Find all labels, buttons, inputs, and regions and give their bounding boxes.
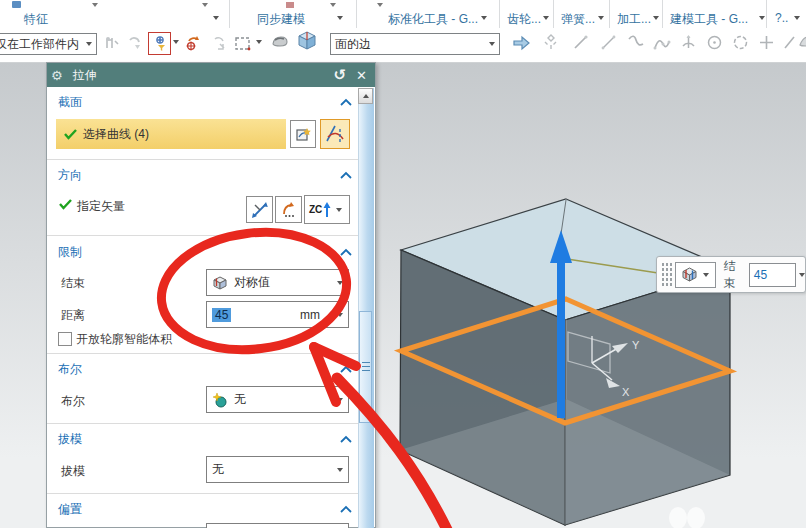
watermark-shape [687,507,705,528]
draft-collapse-icon[interactable] [340,435,352,443]
vector-axis-dropdown[interactable]: ZC [304,195,350,224]
extrude-direction-arrow-shaft[interactable] [557,260,565,418]
selection-scope-value: 仅在工作部件内 [0,36,79,53]
circle-icon[interactable] [705,33,724,52]
ribbon-bar: 特征 同步建模 标准化工具 - G... 齿轮... 弹簧... 加工... 建… [0,0,806,63]
clipped-toolbar-icon[interactable] [286,2,294,8]
tab-feature-caret-icon[interactable] [213,16,219,20]
work-in-context-cube-icon[interactable] [297,31,316,50]
arc-axis-icon[interactable] [679,33,698,52]
distance-label: 距离 [61,307,85,324]
studio-spline-icon[interactable] [652,33,671,52]
floating-distance-input[interactable]: 45 [749,263,796,287]
filter-caret-icon[interactable] [173,40,179,44]
pattern-curve-icon[interactable] [542,33,561,52]
dialog-scrollbar-track[interactable] [358,88,374,528]
section-collapse-icon[interactable] [340,98,352,106]
rectangle-select-icon[interactable] [233,34,252,53]
tab-overflow-caret-icon[interactable] [794,16,800,20]
draft-dropdown[interactable]: 无 [206,456,349,483]
tab-modeling-tools[interactable]: 建模工具 - G... [670,11,748,28]
offset-header: 偏置 [58,501,82,518]
boolean-caret-icon [337,398,343,402]
end-option-caret-icon [703,273,709,277]
end-option-button[interactable] [675,262,716,288]
point-icon[interactable] [757,33,776,52]
specify-vector-label: 指定矢量 [77,198,125,215]
symmetric-value-cube-icon [681,266,698,283]
inferred-vector-button[interactable] [246,196,273,223]
shaded-view-icon[interactable] [270,32,289,51]
open-profile-checkbox[interactable] [58,332,72,346]
boolean-collapse-icon[interactable] [340,365,352,373]
curve-rule-button-active[interactable] [320,119,350,149]
reorient-icon[interactable] [183,33,202,52]
selection-scope-combo[interactable]: 仅在工作部件内 [0,33,97,55]
clipped-toolbar-icon[interactable] [12,1,21,8]
snap-point-icon[interactable] [102,34,121,53]
x-axis-label: X [622,386,630,398]
offset-collapse-icon[interactable] [340,505,352,513]
direction-collapse-icon[interactable] [340,171,352,179]
onscreen-input-toolbar: 结束 45 [656,256,806,293]
clipped-caret-icon[interactable] [330,3,336,7]
curve-rule-caret-icon [489,42,495,46]
snap-filter-disabled-icon[interactable] [126,34,145,53]
tab-machining[interactable]: 加工... [617,11,651,28]
offset-dropdown-clipped[interactable] [206,523,349,528]
clipped-caret-icon[interactable] [377,3,383,7]
dialog-scrollbar-thumb[interactable] [359,311,372,423]
boolean-header: 布尔 [58,361,82,378]
line-icon[interactable] [571,33,590,52]
select-mode-caret-icon[interactable] [256,40,262,44]
select-curve-row[interactable]: 选择曲线 (4) [56,119,286,149]
tab-standardize-caret-icon[interactable] [481,16,487,20]
tab-spring[interactable]: 弹簧... [561,11,595,28]
end-condition-value: 对称值 [234,274,270,291]
tab-feature[interactable]: 特征 [24,11,48,28]
vector-dialog-button[interactable] [275,196,302,223]
curve-rule-combo[interactable]: 面的边 [330,33,500,55]
tab-machining-caret-icon[interactable] [653,16,659,20]
draft-caret-icon [337,468,343,472]
gear-icon[interactable]: ⚙ [51,68,63,83]
distance-value-selected: 45 [212,308,231,322]
follow-fillet-arrow-icon[interactable] [512,33,531,52]
tab-overflow[interactable]: ?.. [775,11,788,25]
limits-collapse-icon[interactable] [340,248,352,256]
snap-disabled-icon[interactable] [210,34,229,53]
distance-input[interactable]: 45 mm [206,301,349,328]
sketch-section-button[interactable] [290,120,316,148]
floating-distance-caret-icon[interactable] [799,273,805,277]
dialog-titlebar[interactable]: ⚙ 拉伸 ↺ ✕ [47,63,375,87]
draft-header: 拔模 [58,431,82,448]
vector-axis-value: ZC [309,204,322,215]
ellipse-icon[interactable] [731,33,750,52]
tab-gear[interactable]: 齿轮... [507,11,541,28]
tab-gear-caret-icon[interactable] [543,16,549,20]
watermark-shape [669,507,687,528]
end-condition-dropdown[interactable]: 对称值 [206,269,349,296]
surface-icon[interactable] [797,32,806,51]
spline-icon[interactable] [626,33,645,52]
selection-filter-icon[interactable] [148,32,171,55]
tab-spring-caret-icon[interactable] [598,16,604,20]
tab-standardize-tools[interactable]: 标准化工具 - G... [388,11,478,28]
check-icon [64,129,77,140]
dialog-title: 拉伸 [73,67,97,84]
tab-synchronous-modeling[interactable]: 同步建模 [257,11,305,28]
drag-handle-icon[interactable] [661,262,672,288]
tab-modeling-caret-icon[interactable] [759,16,765,20]
clipped-caret-icon[interactable] [92,3,98,7]
check-icon [59,199,72,210]
reset-icon[interactable]: ↺ [334,66,347,84]
scrollbar-up-button[interactable] [358,88,373,104]
boolean-dropdown[interactable]: 无 [206,386,349,413]
extrude-dialog: ⚙ 拉伸 ↺ ✕ 截面 选择曲线 (4) 方向 指定矢量 [46,62,376,528]
line-2-icon[interactable] [599,33,618,52]
floating-distance-value: 45 [754,268,767,282]
tab-sync-caret-icon[interactable] [337,16,343,20]
draft-label: 拔模 [61,463,85,480]
close-icon[interactable]: ✕ [356,68,367,83]
clipped-caret-icon[interactable] [202,3,208,7]
